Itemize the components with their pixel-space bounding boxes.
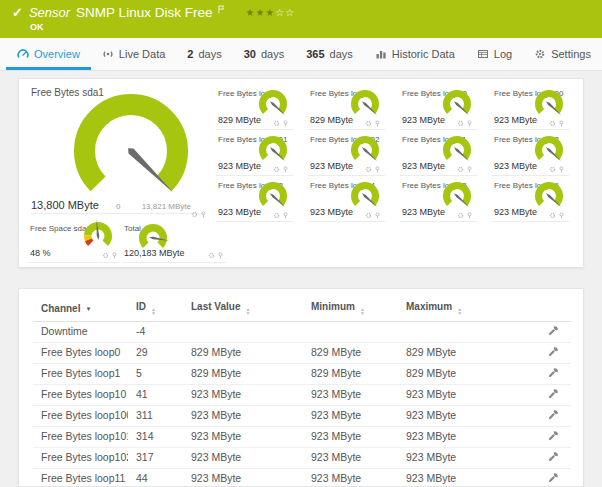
gauge-free-bytes-loop13[interactable]: Free Bytes loop13923 MByte bbox=[214, 178, 305, 224]
pin-icon[interactable] bbox=[282, 166, 289, 173]
gauge-free-bytes-loop10[interactable]: Free Bytes loop10923 MByte bbox=[398, 86, 489, 132]
gauge-free-bytes-loop100[interactable]: Free Bytes loop100923 MByte bbox=[490, 86, 581, 132]
star-filled-icon[interactable]: ★ bbox=[255, 7, 265, 18]
gauge-mini-actions[interactable] bbox=[457, 212, 473, 219]
gauge-mini-actions[interactable] bbox=[273, 212, 289, 219]
gauge-mini-actions[interactable] bbox=[365, 120, 381, 127]
gauge-free-bytes-loop102[interactable]: Free Bytes loop102923 MByte bbox=[306, 132, 397, 178]
gear-mini-icon[interactable] bbox=[549, 212, 556, 219]
star-empty-icon[interactable]: ☆ bbox=[285, 7, 295, 18]
gauge-dial bbox=[442, 181, 472, 215]
edit-channel-button[interactable] bbox=[503, 343, 571, 364]
tab-30-days[interactable]: 30days bbox=[233, 38, 296, 70]
gear-mini-icon[interactable] bbox=[365, 120, 372, 127]
column-header-maximum[interactable]: Maximum▲▼ bbox=[398, 293, 503, 322]
tab-2-days[interactable]: 2days bbox=[176, 38, 232, 70]
pin-icon[interactable] bbox=[558, 120, 565, 127]
pin-icon[interactable] bbox=[374, 166, 381, 173]
gauge-free-bytes-loop101[interactable]: Free Bytes loop101923 MByte bbox=[214, 132, 305, 178]
gauge-free-bytes-loop16[interactable]: Free Bytes loop16923 MByte bbox=[490, 178, 581, 224]
cell-channel[interactable]: Free Bytes loop10 bbox=[33, 385, 128, 406]
cell-channel[interactable]: Free Bytes loop0 bbox=[33, 343, 128, 364]
gauge-dial bbox=[258, 135, 288, 169]
edit-channel-button[interactable] bbox=[503, 469, 571, 487]
gauge-free-space-sda1[interactable]: Free Space sda148 % bbox=[28, 223, 120, 263]
gauge-mini-actions[interactable] bbox=[549, 166, 565, 173]
star-filled-icon[interactable]: ★ bbox=[245, 7, 255, 18]
gear-mini-icon[interactable] bbox=[102, 252, 109, 259]
gauge-mini-actions[interactable] bbox=[208, 252, 224, 259]
flag-icon[interactable] bbox=[218, 5, 225, 14]
edit-channel-button[interactable] bbox=[503, 385, 571, 406]
pin-icon[interactable] bbox=[217, 252, 224, 259]
edit-channel-button[interactable] bbox=[503, 406, 571, 427]
gauge-free-bytes-loop14[interactable]: Free Bytes loop14923 MByte bbox=[306, 178, 397, 224]
tab-settings[interactable]: Settings bbox=[523, 38, 602, 70]
pin-icon[interactable] bbox=[374, 120, 381, 127]
tab-log[interactable]: Log bbox=[466, 38, 523, 70]
star-empty-icon[interactable]: ☆ bbox=[275, 7, 285, 18]
pin-icon[interactable] bbox=[200, 211, 207, 218]
gear-mini-icon[interactable] bbox=[208, 252, 215, 259]
gauge-free-bytes-loop12[interactable]: Free Bytes loop12923 MByte bbox=[490, 132, 581, 178]
gauge-free-bytes-loop0[interactable]: Free Bytes loop0829 MByte bbox=[214, 86, 305, 132]
gauge-total[interactable]: Total120,183 MByte bbox=[122, 223, 226, 263]
gauge-mini-actions[interactable] bbox=[273, 120, 289, 127]
gear-mini-icon[interactable] bbox=[457, 212, 464, 219]
pin-icon[interactable] bbox=[466, 166, 473, 173]
cell-channel[interactable]: Free Bytes loop11 bbox=[33, 469, 128, 487]
tab-historic-data[interactable]: Historic Data bbox=[364, 38, 466, 70]
gauge-mini-actions[interactable] bbox=[457, 120, 473, 127]
gear-mini-icon[interactable] bbox=[191, 211, 198, 218]
gauge-free-bytes-loop1[interactable]: Free Bytes loop1829 MByte bbox=[306, 86, 397, 132]
cell-channel[interactable]: Downtime bbox=[33, 322, 128, 343]
gear-mini-icon[interactable] bbox=[549, 166, 556, 173]
pin-icon[interactable] bbox=[466, 212, 473, 219]
cell-channel[interactable]: Free Bytes loop100 bbox=[33, 406, 128, 427]
pin-icon[interactable] bbox=[558, 166, 565, 173]
cell-channel[interactable]: Free Bytes loop102 bbox=[33, 448, 128, 469]
gauge-mini-actions[interactable] bbox=[457, 166, 473, 173]
gauge-mini-actions[interactable] bbox=[191, 211, 207, 218]
tab-overview[interactable]: Overview bbox=[6, 38, 91, 70]
pin-icon[interactable] bbox=[374, 212, 381, 219]
priority-stars[interactable]: ★★★☆☆ bbox=[245, 8, 295, 18]
gauge-mini-actions[interactable] bbox=[273, 166, 289, 173]
pin-icon[interactable] bbox=[558, 212, 565, 219]
gauge-free-bytes-loop11[interactable]: Free Bytes loop11923 MByte bbox=[398, 132, 489, 178]
gauge-mini-actions[interactable] bbox=[102, 252, 118, 259]
pin-icon[interactable] bbox=[111, 252, 118, 259]
gauge-mini-actions[interactable] bbox=[549, 120, 565, 127]
edit-channel-button[interactable] bbox=[503, 322, 571, 343]
pin-icon[interactable] bbox=[282, 212, 289, 219]
channel-row-free-bytes-loop11: Free Bytes loop1144923 MByte923 MByte923… bbox=[33, 469, 571, 487]
edit-channel-button[interactable] bbox=[503, 448, 571, 469]
cell-channel[interactable]: Free Bytes loop1 bbox=[33, 364, 128, 385]
pin-icon[interactable] bbox=[282, 120, 289, 127]
gear-mini-icon[interactable] bbox=[273, 120, 280, 127]
gauge-mini-actions[interactable] bbox=[365, 166, 381, 173]
gear-mini-icon[interactable] bbox=[273, 166, 280, 173]
cell-channel[interactable]: Free Bytes loop101 bbox=[33, 427, 128, 448]
gauge-mini-actions[interactable] bbox=[365, 212, 381, 219]
star-filled-icon[interactable]: ★ bbox=[265, 7, 275, 18]
gauge-mini-actions[interactable] bbox=[549, 212, 565, 219]
edit-channel-button[interactable] bbox=[503, 427, 571, 448]
column-header-id[interactable]: ID▲▼ bbox=[128, 293, 183, 322]
pin-icon[interactable] bbox=[466, 120, 473, 127]
gear-mini-icon[interactable] bbox=[549, 120, 556, 127]
column-header-minimum[interactable]: Minimum▲▼ bbox=[303, 293, 398, 322]
gauge-free-bytes-loop15[interactable]: Free Bytes loop15923 MByte bbox=[398, 178, 489, 224]
edit-channel-button[interactable] bbox=[503, 364, 571, 385]
column-header-last-value[interactable]: Last Value▲▼ bbox=[183, 293, 303, 322]
tab-live-data[interactable]: Live Data bbox=[91, 38, 176, 70]
column-header-channel[interactable]: Channel▼ bbox=[33, 293, 128, 322]
tab-365-days[interactable]: 365days bbox=[295, 38, 364, 70]
gear-mini-icon[interactable] bbox=[457, 120, 464, 127]
gear-mini-icon[interactable] bbox=[273, 212, 280, 219]
gear-mini-icon[interactable] bbox=[457, 166, 464, 173]
gauge-value: 923 MByte bbox=[218, 207, 261, 217]
gear-mini-icon[interactable] bbox=[365, 212, 372, 219]
gear-mini-icon[interactable] bbox=[365, 166, 372, 173]
channel-row-free-bytes-loop102: Free Bytes loop102317923 MByte923 MByte9… bbox=[33, 448, 571, 469]
